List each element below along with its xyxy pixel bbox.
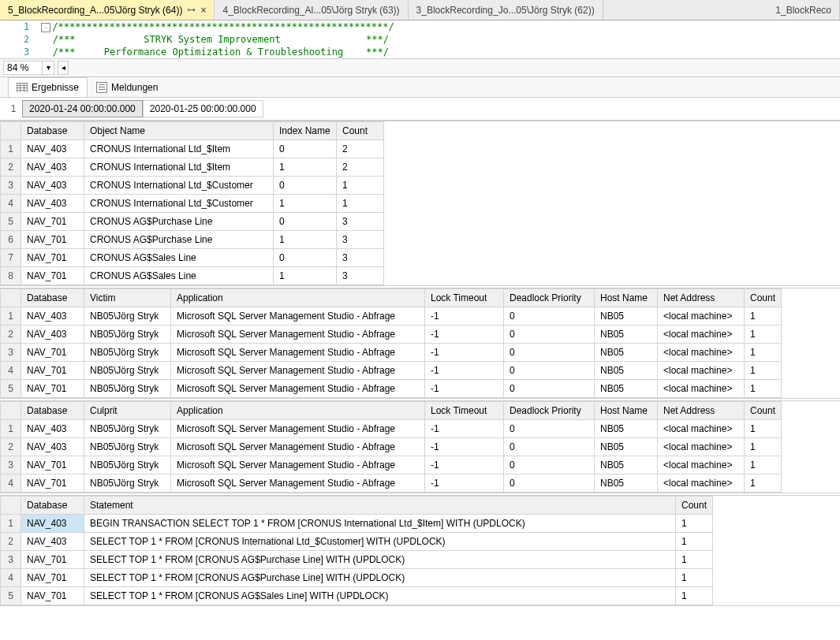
- table-cell[interactable]: NB05: [595, 438, 658, 456]
- table-cell[interactable]: BEGIN TRANSACTION SELECT TOP 1 * FROM [C…: [84, 515, 676, 533]
- table-row[interactable]: 2NAV_403NB05\Jörg StrykMicrosoft SQL Ser…: [1, 438, 782, 456]
- table-row[interactable]: 4NAV_403CRONUS International Ltd_$Custom…: [1, 195, 384, 213]
- row-header[interactable]: 3: [1, 551, 21, 569]
- row-header[interactable]: 5: [1, 587, 21, 605]
- table-row[interactable]: 5NAV_701CRONUS AG$Purchase Line03: [1, 213, 384, 231]
- column-header[interactable]: Count: [337, 122, 384, 140]
- table-cell[interactable]: SELECT TOP 1 * FROM [CRONUS AG$Sales Lin…: [84, 587, 676, 605]
- tab-file-4[interactable]: 4_BlockRecording_Al...05\Jörg Stryk (63)…: [215, 0, 408, 20]
- table-row[interactable]: 8NAV_701CRONUS AG$Sales Line13: [1, 267, 384, 285]
- table-cell[interactable]: 1: [337, 177, 384, 195]
- table-cell[interactable]: CRONUS International Ltd_$Customer: [84, 177, 274, 195]
- table-cell[interactable]: NB05: [595, 326, 658, 344]
- table-cell[interactable]: NB05: [595, 307, 658, 326]
- table-cell[interactable]: NAV_701: [21, 231, 84, 249]
- table-cell[interactable]: Microsoft SQL Server Management Studio -…: [171, 362, 425, 380]
- table-cell[interactable]: 0: [504, 474, 595, 493]
- table-cell[interactable]: NAV_403: [21, 515, 84, 533]
- column-header[interactable]: Count: [745, 402, 782, 420]
- table-cell[interactable]: Microsoft SQL Server Management Studio -…: [171, 307, 425, 326]
- table-cell[interactable]: NAV_701: [21, 267, 84, 285]
- row-header[interactable]: 3: [1, 344, 21, 362]
- table-cell[interactable]: 3: [337, 213, 384, 231]
- table-cell[interactable]: 1: [676, 551, 713, 569]
- table-cell[interactable]: NB05\Jörg Stryk: [84, 307, 171, 326]
- table-cell[interactable]: 1: [274, 231, 337, 249]
- table-cell[interactable]: NAV_403: [21, 533, 84, 551]
- column-header[interactable]: Culprit: [84, 402, 171, 420]
- table-cell[interactable]: NAV_403: [21, 158, 84, 177]
- table-cell[interactable]: -1: [425, 474, 504, 493]
- table-cell[interactable]: NAV_403: [21, 420, 84, 438]
- table-row[interactable]: 7NAV_701CRONUS AG$Sales Line03: [1, 249, 384, 267]
- table-cell[interactable]: 1: [745, 307, 782, 326]
- table-cell[interactable]: 0: [504, 326, 595, 344]
- table-cell[interactable]: 2: [337, 158, 384, 177]
- table-cell[interactable]: NB05\Jörg Stryk: [84, 326, 171, 344]
- table-cell[interactable]: 1: [745, 456, 782, 474]
- row-header[interactable]: 2: [1, 326, 21, 344]
- table-cell[interactable]: 0: [504, 380, 595, 398]
- column-header[interactable]: Host Name: [595, 402, 658, 420]
- table-cell[interactable]: 1: [676, 569, 713, 587]
- column-header[interactable]: Statement: [84, 497, 676, 515]
- row-header[interactable]: 8: [1, 267, 21, 285]
- table-cell[interactable]: NB05: [595, 380, 658, 398]
- table-cell[interactable]: <local machine>: [658, 438, 745, 456]
- column-header[interactable]: Database: [21, 289, 84, 307]
- row-header[interactable]: 4: [1, 569, 21, 587]
- column-header[interactable]: Deadlock Priority: [504, 402, 595, 420]
- tab-results[interactable]: Ergebnisse: [8, 77, 88, 97]
- column-header[interactable]: Victim: [84, 289, 171, 307]
- table-cell[interactable]: <local machine>: [658, 420, 745, 438]
- table-cell[interactable]: NAV_701: [21, 569, 84, 587]
- table-cell[interactable]: NAV_701: [21, 249, 84, 267]
- table-cell[interactable]: <local machine>: [658, 380, 745, 398]
- column-header[interactable]: Database: [21, 122, 84, 140]
- table-cell[interactable]: 1: [745, 438, 782, 456]
- table-cell[interactable]: <local machine>: [658, 456, 745, 474]
- table-cell[interactable]: NAV_403: [21, 177, 84, 195]
- table-cell[interactable]: <local machine>: [658, 362, 745, 380]
- table-cell[interactable]: NAV_403: [21, 195, 84, 213]
- table-row[interactable]: 5NAV_701 SELECT TOP 1 * FROM [CRONUS AG$…: [1, 587, 713, 605]
- table-cell[interactable]: Microsoft SQL Server Management Studio -…: [171, 456, 425, 474]
- code-editor[interactable]: 123 -/**********************************…: [0, 20, 840, 59]
- column-header[interactable]: Deadlock Priority: [504, 289, 595, 307]
- table-cell[interactable]: 1: [745, 420, 782, 438]
- column-header[interactable]: Application: [171, 402, 425, 420]
- row-header[interactable]: 3: [1, 177, 21, 195]
- table-cell[interactable]: CRONUS AG$Sales Line: [84, 267, 274, 285]
- table-cell[interactable]: 0: [274, 177, 337, 195]
- column-header[interactable]: Database: [21, 497, 84, 515]
- column-header[interactable]: Count: [745, 289, 782, 307]
- table-cell[interactable]: NB05: [595, 474, 658, 493]
- table-cell[interactable]: NAV_701: [21, 362, 84, 380]
- row-header[interactable]: 5: [1, 213, 21, 231]
- timestamp-a[interactable]: 2020-01-24 00:00:00.000: [22, 100, 143, 117]
- table-cell[interactable]: 1: [274, 195, 337, 213]
- table-cell[interactable]: -1: [425, 326, 504, 344]
- table-cell[interactable]: SELECT TOP 1 * FROM [CRONUS AG$Purchase …: [84, 551, 676, 569]
- table-row[interactable]: 4NAV_701NB05\Jörg StrykMicrosoft SQL Ser…: [1, 362, 782, 380]
- table-cell[interactable]: -1: [425, 438, 504, 456]
- table-cell[interactable]: NB05\Jörg Stryk: [84, 474, 171, 493]
- table-row[interactable]: 4NAV_701NB05\Jörg StrykMicrosoft SQL Ser…: [1, 474, 782, 493]
- table-row[interactable]: 1NAV_403 BEGIN TRANSACTION SELECT TOP 1 …: [1, 515, 713, 533]
- table-cell[interactable]: Microsoft SQL Server Management Studio -…: [171, 420, 425, 438]
- row-header[interactable]: 1: [1, 140, 21, 158]
- column-header[interactable]: Net Address: [658, 402, 745, 420]
- column-header[interactable]: Application: [171, 289, 425, 307]
- row-header[interactable]: 7: [1, 249, 21, 267]
- table-cell[interactable]: <local machine>: [658, 474, 745, 493]
- table-row[interactable]: 3NAV_701NB05\Jörg StrykMicrosoft SQL Ser…: [1, 344, 782, 362]
- column-header[interactable]: Index Name: [274, 122, 337, 140]
- row-header[interactable]: 4: [1, 195, 21, 213]
- table-cell[interactable]: -1: [425, 420, 504, 438]
- table-cell[interactable]: CRONUS AG$Purchase Line: [84, 213, 274, 231]
- table-cell[interactable]: Microsoft SQL Server Management Studio -…: [171, 380, 425, 398]
- column-header[interactable]: Host Name: [595, 289, 658, 307]
- table-cell[interactable]: 1: [337, 195, 384, 213]
- table-row[interactable]: 1NAV_403CRONUS International Ltd_$Item02: [1, 140, 384, 158]
- table-cell[interactable]: NAV_403: [21, 326, 84, 344]
